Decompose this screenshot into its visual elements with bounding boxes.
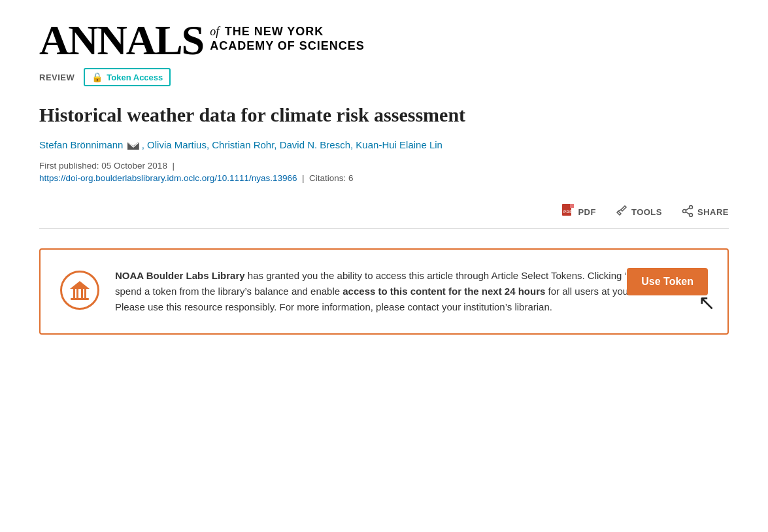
logo-of: of THE NEW YORK	[210, 25, 365, 39]
token-access-box: NOAA Boulder Labs Library has granted yo…	[39, 248, 729, 335]
token-desc-bold: access to this content for the next 24 h…	[342, 286, 545, 297]
pub-info: First published: 05 October 2018 |	[39, 161, 729, 171]
doi-link[interactable]: https://doi-org.boulderlabslibrary.idm.o…	[39, 173, 297, 183]
institution-name: NOAA Boulder Labs Library	[115, 270, 245, 281]
svg-rect-0	[127, 142, 139, 150]
authors: Stefan Brönnimann , Olivia Martius, Chri…	[39, 138, 729, 153]
pdf-label: PDF	[578, 207, 596, 217]
lock-icon: 🔒	[92, 72, 103, 82]
svg-point-5	[689, 205, 692, 208]
svg-rect-12	[76, 289, 78, 298]
svg-text:PDF: PDF	[563, 210, 573, 214]
tools-button[interactable]: TOOLS	[616, 205, 662, 219]
author-list: Stefan Brönnimann	[39, 139, 123, 150]
logo-subtitle: of THE NEW YORK ACADEMY OF SCIENCES	[210, 20, 365, 53]
first-published-date: 05 October 2018	[101, 161, 167, 171]
logo: ANNALS of THE NEW YORK ACADEMY OF SCIENC…	[39, 20, 729, 61]
token-badge-label: Token Access	[107, 73, 163, 82]
review-label: REVIEW	[39, 73, 75, 82]
svg-line-9	[686, 212, 690, 214]
svg-rect-2	[570, 204, 574, 208]
svg-rect-11	[73, 289, 75, 298]
meta-row: REVIEW 🔒 Token Access	[39, 68, 729, 86]
article-title: Historical weather data for climate risk…	[39, 102, 729, 127]
svg-line-4	[618, 210, 621, 211]
svg-marker-15	[70, 281, 90, 289]
token-description: NOAA Boulder Labs Library has granted yo…	[115, 268, 708, 315]
pdf-button[interactable]: PDF PDF	[562, 204, 596, 220]
token-access-badge[interactable]: 🔒 Token Access	[84, 68, 171, 86]
pdf-icon: PDF	[562, 204, 574, 220]
svg-rect-14	[84, 289, 86, 298]
tools-label: TOOLS	[631, 207, 662, 217]
logo-nyas: ACADEMY OF SCIENCES	[210, 39, 365, 54]
email-icon[interactable]	[127, 142, 139, 150]
svg-line-8	[686, 208, 690, 210]
share-label: SHARE	[697, 207, 729, 217]
svg-point-6	[689, 213, 692, 216]
svg-rect-13	[81, 289, 83, 298]
share-icon	[682, 205, 693, 219]
cursor-icon: ↖	[698, 290, 716, 315]
page-header: ANNALS of THE NEW YORK ACADEMY OF SCIENC…	[39, 20, 729, 95]
citations: Citations: 6	[309, 173, 354, 183]
doi-line: https://doi-org.boulderlabslibrary.idm.o…	[39, 173, 729, 183]
use-token-area: Use Token ↖	[627, 268, 708, 315]
toolbar: PDF PDF TOOLS SHARE	[39, 196, 729, 229]
share-button[interactable]: SHARE	[682, 205, 729, 219]
svg-point-7	[682, 209, 686, 212]
logo-annals: ANNALS	[39, 20, 203, 61]
tools-icon	[616, 205, 627, 219]
first-published-label: First published:	[39, 161, 99, 171]
institution-icon	[60, 271, 99, 310]
use-token-button[interactable]: Use Token	[627, 268, 708, 295]
svg-rect-10	[71, 298, 89, 300]
